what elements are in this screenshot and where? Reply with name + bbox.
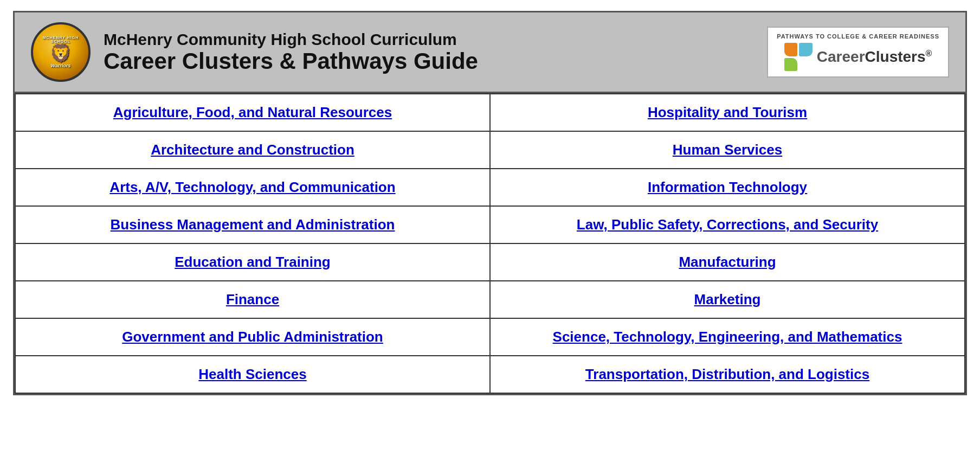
cluster-link-left-4[interactable]: Education and Training — [175, 254, 330, 270]
career-clusters-logo: PATHWAYS TO COLLEGE & CAREER READINESS C… — [767, 27, 949, 78]
cluster-cell-right: Information Technology — [490, 169, 965, 206]
square-blue — [799, 43, 813, 56]
cluster-row: Education and TrainingManufacturing — [15, 243, 965, 281]
cc-word-career: Career — [817, 48, 865, 65]
cluster-link-right-7[interactable]: Transportation, Distribution, and Logist… — [585, 366, 869, 382]
logo-inner: MCHENRY HIGH SCHOOL 🦁 Warriors — [33, 36, 88, 68]
school-logo: MCHENRY HIGH SCHOOL 🦁 Warriors — [31, 22, 91, 82]
clusters-grid: Agriculture, Food, and Natural Resources… — [15, 93, 965, 394]
school-logo-area: MCHENRY HIGH SCHOOL 🦁 Warriors — [31, 22, 91, 82]
cluster-row: Business Management and AdministrationLa… — [15, 206, 965, 243]
logo-mascot: 🦁 — [33, 44, 88, 62]
cluster-cell-left: Business Management and Administration — [15, 206, 490, 243]
cluster-cell-left: Health Sciences — [15, 356, 490, 393]
cluster-link-right-2[interactable]: Information Technology — [648, 179, 807, 195]
cluster-cell-left: Arts, A/V, Technology, and Communication — [15, 169, 490, 206]
cluster-link-right-0[interactable]: Hospitality and Tourism — [648, 104, 807, 120]
cluster-cell-right: Manufacturing — [490, 243, 965, 281]
cluster-link-left-6[interactable]: Government and Public Administration — [122, 329, 383, 345]
cluster-row: Government and Public AdministrationScie… — [15, 318, 965, 356]
cc-wordmark: CareerClusters® — [817, 48, 932, 66]
cluster-link-right-6[interactable]: Science, Technology, Engineering, and Ma… — [553, 329, 902, 345]
logo-text-top: MCHENRY HIGH SCHOOL — [33, 36, 88, 43]
cluster-cell-right: Transportation, Distribution, and Logist… — [490, 356, 965, 393]
cluster-row: FinanceMarketing — [15, 281, 965, 318]
cluster-link-left-0[interactable]: Agriculture, Food, and Natural Resources — [113, 104, 392, 120]
cluster-cell-right: Hospitality and Tourism — [490, 94, 965, 131]
cc-registered: ® — [926, 49, 932, 58]
cluster-link-right-1[interactable]: Human Services — [673, 142, 782, 158]
cc-word-clusters: Clusters® — [865, 48, 932, 65]
title-area: McHenry Community High School Curriculum… — [104, 30, 754, 74]
cluster-cell-right: Marketing — [490, 281, 965, 318]
cluster-cell-left: Education and Training — [15, 243, 490, 281]
cluster-link-right-3[interactable]: Law, Public Safety, Corrections, and Sec… — [577, 216, 878, 233]
page-wrapper: MCHENRY HIGH SCHOOL 🦁 Warriors McHenry C… — [13, 11, 967, 395]
cluster-cell-left: Agriculture, Food, and Natural Resources — [15, 94, 490, 131]
cluster-row: Agriculture, Food, and Natural Resources… — [15, 94, 965, 131]
logo-text-bottom: Warriors — [33, 63, 88, 68]
title-line1: McHenry Community High School Curriculum — [104, 30, 754, 49]
square-green — [784, 58, 798, 72]
cluster-row: Arts, A/V, Technology, and Communication… — [15, 169, 965, 206]
pathways-tagline: PATHWAYS TO COLLEGE & CAREER READINESS — [777, 33, 939, 40]
cluster-link-left-5[interactable]: Finance — [226, 291, 279, 307]
cluster-cell-right: Law, Public Safety, Corrections, and Sec… — [490, 206, 965, 243]
cluster-link-left-1[interactable]: Architecture and Construction — [151, 142, 354, 158]
title-line2: Career Clusters & Pathways Guide — [104, 49, 754, 74]
cluster-link-left-2[interactable]: Arts, A/V, Technology, and Communication — [109, 179, 395, 195]
cluster-link-right-4[interactable]: Manufacturing — [679, 254, 776, 270]
cluster-link-right-5[interactable]: Marketing — [694, 291, 761, 307]
cc-logo-graphic: CareerClusters® — [784, 43, 932, 71]
cluster-link-left-3[interactable]: Business Management and Administration — [111, 216, 395, 233]
cluster-cell-left: Government and Public Administration — [15, 318, 490, 356]
cluster-row: Health SciencesTransportation, Distribut… — [15, 356, 965, 393]
cluster-cell-left: Finance — [15, 281, 490, 318]
cluster-cell-right: Science, Technology, Engineering, and Ma… — [490, 318, 965, 356]
header: MCHENRY HIGH SCHOOL 🦁 Warriors McHenry C… — [15, 12, 965, 93]
cluster-cell-left: Architecture and Construction — [15, 131, 490, 169]
cluster-row: Architecture and ConstructionHuman Servi… — [15, 131, 965, 169]
square-orange — [784, 43, 798, 56]
cc-squares — [784, 43, 813, 71]
cluster-cell-right: Human Services — [490, 131, 965, 169]
cluster-link-left-7[interactable]: Health Sciences — [198, 366, 306, 382]
